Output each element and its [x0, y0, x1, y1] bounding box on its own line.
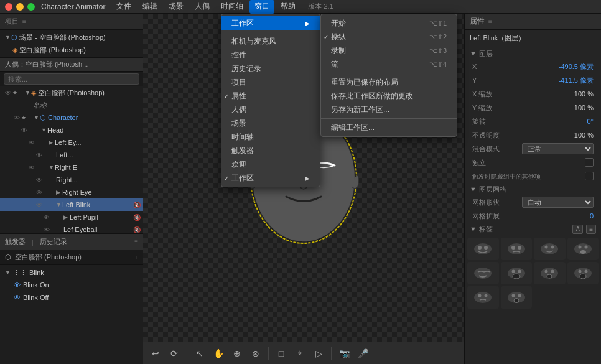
prop-mesh-expand-value[interactable]: 0: [522, 212, 594, 220]
tags-a-icon[interactable]: A: [572, 225, 583, 234]
tool-camera[interactable]: 📷: [337, 346, 352, 361]
ws-save-changes[interactable]: 保存此工作区所做的更改: [321, 89, 457, 103]
trigger-blink-on[interactable]: 👁 Blink On: [0, 279, 143, 291]
tree-row-left-pupil[interactable]: 👁 ▶ Left Pupil 🔇: [0, 211, 143, 223]
tag-r[interactable]: [467, 286, 499, 309]
project-menu-icon[interactable]: ≡: [22, 18, 26, 25]
tree-row-righte[interactable]: 👁 ▼ Right E: [0, 161, 143, 174]
ws-reset[interactable]: 重置为已保存的布局: [321, 75, 457, 89]
dd-project[interactable]: 项目: [221, 75, 320, 89]
dd-workspace[interactable]: 工作区 ▶: [221, 16, 320, 30]
tag-woo[interactable]: [501, 286, 533, 309]
layers-section-header[interactable]: ▼ 图层: [465, 47, 601, 60]
dd-puppet[interactable]: 人偶: [221, 103, 320, 116]
tool-box[interactable]: □: [274, 346, 289, 361]
tree-row-character[interactable]: 👁★ ▼ ⬡ Character: [0, 111, 143, 124]
ws-control[interactable]: ✓ 操纵 ⌥⇧2: [321, 30, 457, 44]
tags-section-header[interactable]: ▼ 标签 A ≡: [465, 223, 601, 235]
ws-save-new[interactable]: 另存为新工作区...: [321, 103, 457, 116]
tree-row-right-eyelid[interactable]: 👁 Right...: [0, 174, 143, 186]
tree-row-left-blink[interactable]: 👁 ▼ Left Blink 🔇: [0, 198, 143, 211]
menu-timeline[interactable]: 时间轴: [216, 0, 248, 14]
prop-opacity-value[interactable]: 100 %: [522, 131, 594, 139]
trigger-blink-off[interactable]: 👁 Blink Off: [0, 291, 143, 304]
tree-row-root[interactable]: 👁★ ▼ ◈ 空白脸部 (Photoshop): [0, 86, 143, 99]
vis-eye-leb[interactable]: 👁: [44, 226, 50, 233]
vis-eye-head[interactable]: 👁: [21, 127, 27, 134]
search-input[interactable]: [4, 73, 139, 85]
vis-eye-lb[interactable]: 👁: [36, 202, 42, 208]
vis-eye-rel[interactable]: 👁: [36, 177, 42, 184]
ws-start[interactable]: 开始 ⌥⇧1: [321, 16, 457, 30]
vis-eye-char[interactable]: 👁: [14, 114, 20, 121]
prop-independent-check[interactable]: [585, 158, 594, 167]
dd-history[interactable]: 历史记录: [221, 62, 320, 75]
vis-eye-lp[interactable]: 👁: [44, 214, 50, 221]
tags-a-btn[interactable]: A ≡: [572, 225, 596, 233]
props-menu-icon[interactable]: ≡: [488, 18, 492, 25]
ws-stream[interactable]: 流 ⌥⇧4: [321, 57, 457, 71]
scene-item[interactable]: ▼ ⬡ 场景 - 空白脸部 (Photoshop): [0, 31, 143, 44]
trigger-tab[interactable]: 触发器: [5, 237, 26, 246]
tool-select[interactable]: ↖: [192, 346, 207, 361]
vis-eye-le[interactable]: 👁: [29, 139, 35, 146]
dd-camera-mic[interactable]: 相机与麦克风: [221, 34, 320, 48]
tool-zoom-out[interactable]: ⊗: [248, 346, 263, 361]
dd-scene[interactable]: 场景: [221, 116, 320, 130]
trigger-add-btn[interactable]: ⬡: [5, 253, 11, 261]
prop-x-value[interactable]: -490.5 像素: [522, 62, 594, 72]
ws-edit[interactable]: 编辑工作区...: [321, 121, 457, 134]
puppet-tree-scroll[interactable]: 👁★ ▼ ◈ 空白脸部 (Photoshop) 名称 👁★: [0, 86, 143, 233]
tree-row-lefteye-group[interactable]: 👁 ▶ Left Ey...: [0, 136, 143, 149]
mesh-section-header[interactable]: ▼ 图层网格: [465, 183, 601, 195]
tag-aa[interactable]: [501, 262, 533, 284]
maximize-button[interactable]: [27, 3, 35, 11]
ws-record[interactable]: 录制 ⌥⇧3: [321, 44, 457, 57]
tool-hand[interactable]: ✋: [211, 346, 226, 361]
prop-xscale-value[interactable]: 100 %: [522, 90, 594, 98]
prop-mesh-shape-select[interactable]: 自动: [522, 197, 594, 208]
tag-oh[interactable]: [567, 262, 599, 284]
tag-ee[interactable]: [467, 262, 499, 284]
vis-eye[interactable]: 👁: [5, 90, 11, 96]
dd-props[interactable]: ✓ 属性: [221, 89, 320, 103]
tool-undo[interactable]: ↩: [148, 346, 163, 361]
prop-blend-select[interactable]: 正常: [522, 143, 594, 154]
dd-welcome[interactable]: 欢迎: [221, 157, 320, 171]
tool-mic[interactable]: 🎤: [355, 346, 370, 361]
tree-row-head[interactable]: 👁 ▼ Head: [0, 124, 143, 136]
tool-redo[interactable]: ⟳: [167, 346, 182, 361]
vis-eye-l2[interactable]: 👁: [36, 152, 42, 159]
vis-eye-ref[interactable]: 👁: [36, 189, 42, 196]
puppet-item[interactable]: ◈ 空白脸部 (Photoshop): [0, 44, 143, 56]
tree-row-name[interactable]: 名称: [0, 99, 143, 111]
tag-s[interactable]: [534, 238, 566, 260]
tag-uh[interactable]: [534, 262, 566, 284]
prop-yscale-value[interactable]: 100 %: [522, 104, 594, 111]
tool-transform[interactable]: ⌖: [292, 346, 307, 361]
prop-hide-others-check[interactable]: [585, 172, 594, 180]
close-button[interactable]: [5, 3, 12, 11]
menu-edit[interactable]: 编辑: [137, 0, 162, 14]
tree-row-lef-eyeball[interactable]: 👁 Lef Eyeball 🔇: [0, 223, 143, 233]
menu-window[interactable]: 窗口: [249, 0, 274, 14]
minimize-button[interactable]: [16, 3, 24, 11]
dd-triggers[interactable]: 触发器: [221, 144, 320, 157]
prop-y-value[interactable]: -411.5 像素: [522, 76, 594, 85]
menu-help[interactable]: 帮助: [276, 0, 300, 14]
dd-timeline[interactable]: 时间轴: [221, 130, 320, 144]
tags-grid-icon[interactable]: ≡: [586, 225, 596, 234]
menu-puppet[interactable]: 人偶: [190, 0, 215, 14]
trigger-menu-icon[interactable]: ≡: [134, 238, 138, 245]
tag-m[interactable]: [501, 238, 533, 260]
history-tab[interactable]: 历史记录: [40, 237, 67, 246]
tree-row-right-eye-full[interactable]: 👁 ▶ Right Eye: [0, 186, 143, 198]
tree-row-left2[interactable]: 👁 Left...: [0, 149, 143, 161]
dd-workspace2[interactable]: ✓ 工作区 ▶: [221, 171, 320, 185]
dd-controls[interactable]: 控件: [221, 48, 320, 62]
window-dropdown[interactable]: 工作区 ▶ 相机与麦克风 控件 历史记录 项目 ✓ 属性 人偶 场景 时间轴: [221, 14, 320, 187]
vis-eye-re[interactable]: 👁: [29, 164, 35, 171]
workspace-submenu[interactable]: 开始 ⌥⇧1 ✓ 操纵 ⌥⇧2 录制 ⌥⇧3 流 ⌥⇧4 重置为已保存的布局 保…: [320, 14, 457, 137]
menu-scene[interactable]: 场景: [164, 0, 189, 14]
trigger-add-icon[interactable]: +: [134, 254, 138, 261]
